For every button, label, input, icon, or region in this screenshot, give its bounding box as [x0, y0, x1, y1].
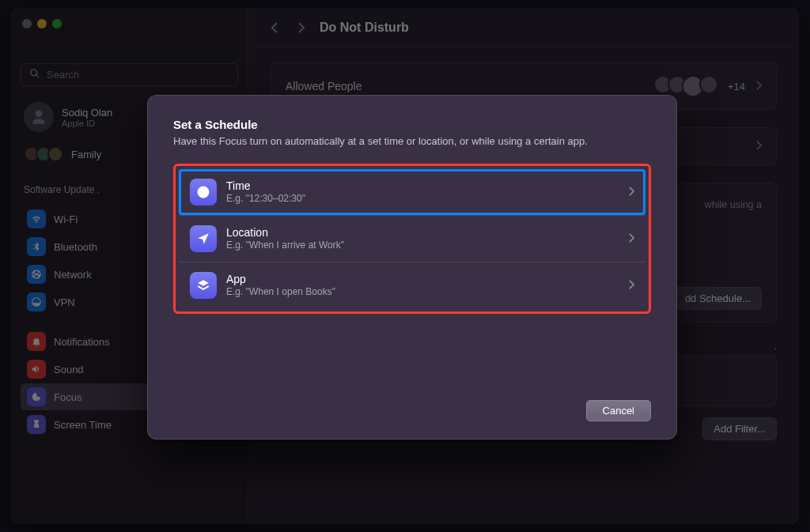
- sidebar-item-label: Network: [54, 269, 92, 281]
- chevron-right-icon: [629, 185, 634, 199]
- clock-icon: [190, 179, 217, 206]
- focus-icon: [27, 387, 46, 406]
- sidebar-item-label: Notifications: [54, 336, 110, 348]
- set-schedule-modal: Set a Schedule Have this Focus turn on a…: [147, 95, 677, 440]
- allowed-people-title: Allowed People: [286, 80, 362, 92]
- option-title: Location: [226, 226, 344, 239]
- bluetooth-icon: [27, 237, 46, 256]
- chevron-right-icon: [629, 232, 634, 246]
- allowed-people-extra-count: +14: [728, 81, 745, 92]
- schedule-option-time[interactable]: TimeE.g. "12:30–02:30": [179, 169, 645, 215]
- wi-fi-icon: [27, 209, 46, 228]
- cancel-button[interactable]: Cancel: [586, 400, 651, 421]
- app-stack-icon: [190, 272, 217, 299]
- sound-icon: [27, 360, 46, 379]
- account-name: Sodiq Olan: [62, 107, 112, 119]
- chevron-right-icon: [756, 141, 762, 153]
- sidebar-item-label: Sound: [54, 364, 84, 375]
- fullscreen-window-button[interactable]: [52, 19, 62, 28]
- family-avatars: [24, 146, 63, 162]
- search-icon: [29, 68, 40, 81]
- option-example: E.g. "When I open Books": [226, 286, 335, 297]
- modal-title: Set a Schedule: [173, 118, 651, 131]
- schedule-option-app[interactable]: AppE.g. "When I open Books": [179, 262, 645, 308]
- page-title: Do Not Disturb: [320, 21, 409, 35]
- sidebar-item-label: Bluetooth: [54, 241, 97, 253]
- avatar: [24, 102, 54, 132]
- allowed-people-avatars: [653, 75, 718, 97]
- back-button[interactable]: [266, 19, 283, 36]
- option-title: App: [226, 273, 335, 285]
- option-example: E.g. "12:30–02:30": [226, 193, 305, 204]
- schedule-option-location[interactable]: LocationE.g. "When I arrive at Work": [179, 215, 645, 262]
- add-schedule-button[interactable]: dd Schedule...: [674, 287, 762, 310]
- window-controls: [22, 19, 62, 28]
- notifications-icon: [27, 332, 46, 351]
- sidebar-item-label: Focus: [54, 391, 81, 403]
- vpn-icon: [27, 292, 46, 311]
- forward-button[interactable]: [293, 19, 310, 36]
- location-arrow-icon: [190, 225, 217, 252]
- option-example: E.g. "When I arrive at Work": [226, 240, 344, 251]
- chevron-right-icon: [629, 278, 634, 292]
- sidebar-item-label: Wi-Fi: [54, 213, 78, 225]
- search-placeholder: Search: [47, 69, 79, 81]
- main-header: Do Not Disturb: [248, 8, 799, 48]
- screen-time-icon: [27, 415, 46, 434]
- family-label: Family: [71, 149, 101, 160]
- modal-description: Have this Focus turn on automatically at…: [173, 134, 651, 149]
- sidebar-item-label: VPN: [54, 296, 75, 308]
- option-title: Time: [226, 179, 305, 192]
- account-subtitle: Apple ID: [62, 119, 112, 128]
- sidebar-item-label: Screen Time: [54, 419, 112, 431]
- add-filter-button[interactable]: Add Filter...: [702, 417, 777, 440]
- minimize-window-button[interactable]: [37, 19, 47, 28]
- network-icon: [27, 265, 46, 284]
- search-field[interactable]: Search: [21, 63, 238, 86]
- close-window-button[interactable]: [22, 19, 32, 28]
- schedule-option-list: TimeE.g. "12:30–02:30"LocationE.g. "When…: [173, 164, 651, 314]
- chevron-right-icon: [756, 81, 762, 92]
